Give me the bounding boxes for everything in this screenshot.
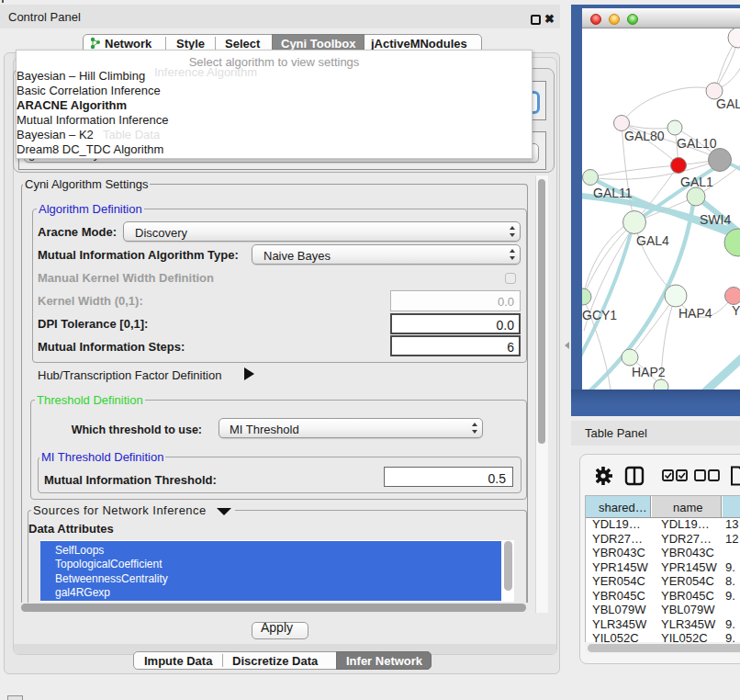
svg-text:HAP2: HAP2 [632, 365, 666, 379]
svg-text:Y: Y [732, 303, 740, 318]
svg-text:GAL: GAL [716, 96, 740, 111]
svg-text:HAP4: HAP4 [678, 306, 712, 321]
svg-text:GAL80: GAL80 [624, 129, 665, 143]
svg-text:GAL1: GAL1 [680, 175, 713, 189]
svg-text:GCY1: GCY1 [582, 308, 617, 322]
svg-text:SWI4: SWI4 [700, 212, 731, 227]
svg-text:GAL11: GAL11 [593, 186, 633, 200]
svg-text:GAL4: GAL4 [636, 233, 669, 248]
svg-text:GAL10: GAL10 [677, 136, 717, 151]
